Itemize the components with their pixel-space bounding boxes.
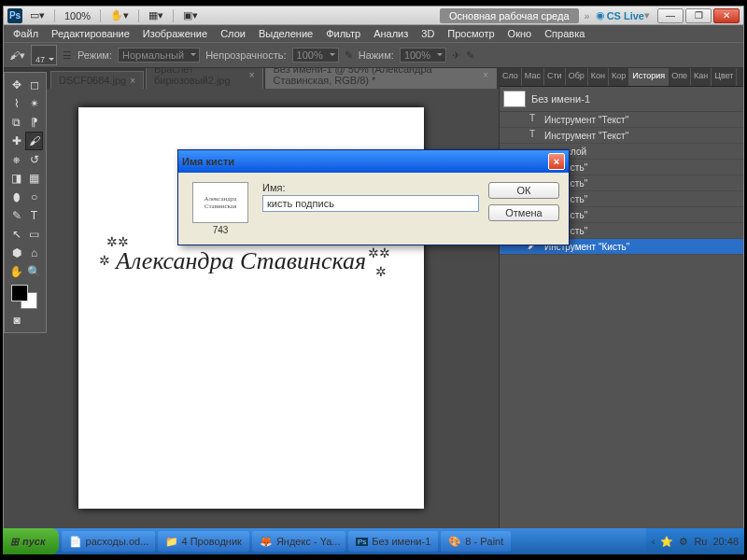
history-step[interactable]: TИнструмент "Текст" — [500, 128, 743, 144]
brush-panel-icon[interactable]: ☰ — [63, 49, 72, 62]
crop-tool[interactable]: ⧉ — [7, 113, 25, 132]
panel-tab[interactable]: Мас — [522, 68, 544, 86]
color-swatches[interactable] — [7, 285, 43, 311]
maximize-button[interactable]: ❐ — [685, 8, 712, 23]
windows-taskbar: ⊞пуск 📄расходы.od... 📁4 Проводник 🦊Яндек… — [3, 528, 744, 554]
path-tool[interactable]: ↖ — [7, 225, 25, 244]
taskbar-item[interactable]: 🎨8 - Paint — [441, 531, 511, 552]
camera-tool[interactable]: ⌂ — [25, 244, 43, 262]
document-tabs: DSCF0684.jpg× Браслет бирюзовый2.jpg× Бе… — [4, 68, 499, 89]
tool-preset-icon[interactable]: 🖌▾ — [9, 49, 25, 62]
menu-3d[interactable]: 3D — [416, 26, 440, 41]
zoom-display[interactable]: 100% — [64, 10, 91, 21]
panel-tab[interactable]: Опе — [669, 68, 691, 86]
start-button[interactable]: ⊞пуск — [3, 528, 59, 554]
close-tab-icon[interactable]: × — [130, 76, 135, 86]
marquee-tool[interactable]: ◻ — [25, 76, 43, 94]
quickmask-tool[interactable]: ◙ — [7, 311, 26, 329]
menu-view[interactable]: Просмотр — [442, 26, 500, 41]
menu-file[interactable]: Файл — [7, 26, 44, 41]
gradient-tool[interactable]: ▦ — [25, 169, 43, 188]
brush-preview-thumb: Александра Ставинская — [192, 182, 248, 223]
panel-tab[interactable]: Сти — [544, 68, 566, 86]
eraser-tool[interactable]: ◨ — [7, 169, 25, 188]
menu-help[interactable]: Справка — [539, 26, 590, 41]
opacity-pressure-icon[interactable]: ✎ — [345, 49, 353, 62]
menu-analysis[interactable]: Анализ — [368, 26, 414, 41]
doc-tab-active[interactable]: Без имени-1 @ 50% (Александра Ставинская… — [265, 68, 497, 89]
clock[interactable]: 20:48 — [712, 536, 739, 547]
brush-name-input[interactable] — [262, 195, 479, 212]
panel-tab[interactable]: Кор — [609, 68, 629, 86]
close-tab-icon[interactable]: × — [249, 70, 255, 80]
system-tray[interactable]: ‹ ⭐ ⚙ Ru 20:48 — [646, 528, 744, 554]
tray-chevron-icon[interactable]: ‹ — [652, 536, 655, 547]
hand-icon[interactable]: ✋▾ — [110, 9, 129, 21]
tablet-pressure-icon[interactable]: ✎ — [466, 49, 474, 62]
history-brush-tool[interactable]: ↺ — [25, 150, 43, 169]
move-tool[interactable]: ✥ — [7, 76, 25, 94]
cancel-button[interactable]: Отмена — [488, 204, 559, 221]
dialog-titlebar[interactable]: Имя кисти × — [178, 150, 569, 173]
menu-window[interactable]: Окно — [502, 26, 538, 41]
brush-preset-picker[interactable]: 47 — [31, 45, 57, 65]
eyedropper-tool[interactable]: ⁋ — [25, 113, 43, 132]
blur-tool[interactable]: ⬮ — [7, 188, 25, 206]
hand-tool[interactable]: ✋ — [7, 262, 25, 281]
close-tab-icon[interactable]: × — [483, 70, 488, 80]
panels-dock: Сло Мас Сти Обр Кон Кор История Опе Кан … — [499, 68, 743, 553]
3d-tool[interactable]: ⬢ — [7, 244, 25, 262]
panel-tab-history[interactable]: История — [629, 68, 669, 86]
stamp-tool[interactable]: ⎈ — [7, 150, 25, 169]
doc-tab[interactable]: Браслет бирюзовый2.jpg× — [146, 68, 263, 89]
menu-edit[interactable]: Редактирование — [46, 26, 135, 41]
blend-mode-select[interactable]: Нормальный — [118, 48, 200, 63]
fg-color-swatch[interactable] — [11, 285, 28, 301]
arrange-icon[interactable]: ▦▾ — [148, 9, 163, 21]
close-button[interactable]: ✕ — [713, 8, 740, 23]
opacity-input[interactable]: 100% — [292, 48, 339, 63]
panel-tab[interactable]: Кон — [588, 68, 609, 86]
wand-tool[interactable]: ✴ — [25, 94, 43, 113]
shape-tool[interactable]: ▭ — [25, 225, 43, 244]
menu-image[interactable]: Изображение — [137, 26, 213, 41]
panel-tab[interactable]: Цвет — [712, 68, 737, 86]
type-tool[interactable]: T — [25, 206, 43, 225]
pen-tool[interactable]: ✎ — [7, 206, 25, 225]
menu-layers[interactable]: Слои — [215, 26, 251, 41]
taskbar-item[interactable]: 📄расходы.od... — [62, 531, 155, 552]
ok-button[interactable]: ОК — [488, 182, 559, 199]
language-indicator[interactable]: Ru — [694, 536, 707, 547]
doc-tab[interactable]: DSCF0684.jpg× — [50, 71, 144, 89]
tray-icon[interactable]: ⭐ — [660, 536, 673, 548]
history-snapshot[interactable]: Без имени-1 — [500, 87, 743, 112]
ornament-icon: ✲ — [375, 264, 387, 279]
panel-tab[interactable]: Сло — [500, 68, 522, 86]
taskbar-item[interactable]: PsБез имени-1 — [348, 531, 438, 552]
taskbar-item[interactable]: 🦊Яндекс - Ya... — [252, 531, 345, 552]
tray-icon[interactable]: ⚙ — [679, 536, 688, 548]
workspace-chevron-icon[interactable]: » — [585, 10, 590, 21]
zoom-tool[interactable]: 🔍 — [25, 262, 43, 281]
minimize-button[interactable]: — — [657, 8, 684, 23]
options-bar: 🖌▾ 47 ☰ Режим: Нормальный Непрозрачность… — [4, 42, 743, 68]
lasso-tool[interactable]: ⌇ — [7, 94, 25, 113]
flow-input[interactable]: 100% — [400, 48, 446, 63]
cslive-button[interactable]: CS Live — [607, 10, 644, 21]
heal-tool[interactable]: ✚ — [7, 132, 25, 150]
toolbar-mode-icon[interactable]: ▭▾ — [30, 9, 45, 21]
airbrush-icon[interactable]: ✈ — [452, 49, 460, 62]
panel-tab[interactable]: Обр — [566, 68, 588, 86]
dialog-close-button[interactable]: × — [548, 153, 565, 170]
menu-select[interactable]: Выделение — [253, 26, 318, 41]
mode-label: Режим: — [78, 49, 112, 61]
panel-tab[interactable]: Кан — [691, 68, 712, 86]
menu-filter[interactable]: Фильтр — [320, 26, 366, 41]
workspace-selector[interactable]: Основная рабочая среда — [440, 8, 579, 23]
history-step[interactable]: TИнструмент "Текст" — [500, 112, 743, 128]
dodge-tool[interactable]: ○ — [25, 188, 43, 206]
brush-tool[interactable]: 🖌 — [25, 132, 43, 150]
screen-mode-icon[interactable]: ▣▾ — [183, 9, 198, 21]
flow-label: Нажим: — [359, 49, 394, 61]
taskbar-item[interactable]: 📁4 Проводник — [158, 531, 249, 552]
